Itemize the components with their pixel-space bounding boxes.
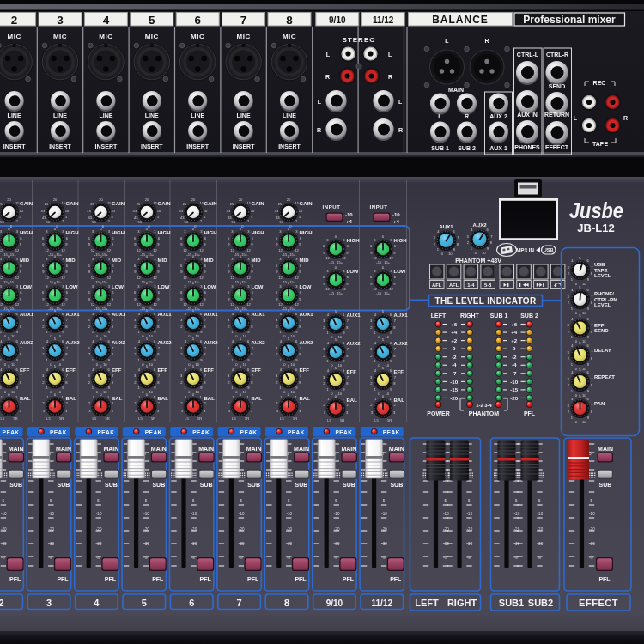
svg-text:PHONES: PHONES [514,144,540,150]
svg-text:-20: -20 [48,527,54,532]
svg-text:5: 5 [149,14,155,27]
svg-text:EFFECT: EFFECT [579,598,618,608]
svg-text:CTRL-R: CTRL-R [546,52,568,58]
svg-text:5R: 5R [387,418,392,422]
svg-text:-∞: -∞ [239,556,243,560]
svg-text:HIGH: HIGH [347,238,360,243]
svg-text:MID: MID [112,258,122,263]
svg-text:SUB1: SUB1 [499,598,524,608]
svg-text:-30: -30 [143,542,149,546]
svg-text:10: 10 [290,362,295,367]
svg-text:MIC: MIC [8,33,21,40]
svg-text:-30: -30 [589,542,595,546]
svg-text:9/10: 9/10 [329,15,346,25]
svg-text:-20: -20 [239,527,245,532]
svg-text:SUB: SUB [200,482,213,488]
svg-text:8: 8 [286,14,293,27]
svg-text:-30: -30 [286,542,292,546]
svg-text:PHONE/: PHONE/ [594,291,614,296]
svg-text:10: 10 [149,362,153,367]
svg-text:10: 10 [582,282,586,286]
svg-text:10: 10 [11,390,15,394]
svg-text:PAN: PAN [594,401,605,406]
svg-text:-4: -4 [512,361,517,368]
svg-text:TAPE: TAPE [592,141,608,147]
svg-text:AUX1: AUX1 [158,312,173,317]
svg-text:5: 5 [142,598,147,608]
svg-text:-20: -20 [143,527,149,532]
svg-text:-5: -5 [538,499,542,503]
svg-text:-10: -10 [392,212,400,217]
svg-text:-15: -15 [510,386,519,392]
svg-text:AFL: AFL [432,283,442,288]
svg-text:AUX IN: AUX IN [517,112,538,118]
svg-text:-5: -5 [96,499,100,503]
svg-text:-5: -5 [467,499,471,503]
svg-text:11/12: 11/12 [372,598,393,608]
svg-text:EFFECT: EFFECT [545,144,569,150]
svg-text:-∞: -∞ [96,556,100,560]
svg-text:L5: L5 [1,416,5,421]
svg-text:4: 4 [94,598,100,608]
svg-text:-30: -30 [96,542,102,546]
svg-text:15+: 15+ [56,280,63,284]
svg-text:EFF: EFF [204,368,215,373]
svg-text:10: 10 [242,362,246,367]
svg-text:6: 6 [194,14,201,27]
svg-text:MIC: MIC [237,33,251,40]
svg-text:HIGH: HIGH [158,230,171,235]
svg-text:-2: -2 [512,354,517,360]
svg-text:RIGHT: RIGHT [447,598,477,608]
svg-text:MAIN: MAIN [246,446,262,452]
svg-text:PFL: PFL [105,576,117,582]
svg-text:-30: -30 [48,542,54,546]
svg-text:GAIN: GAIN [158,201,171,206]
svg-text:REPEAT: REPEAT [594,374,615,380]
svg-text:15+: 15+ [148,307,155,311]
svg-text:-∞: -∞ [334,556,338,560]
svg-text:LOW: LOW [66,284,78,289]
svg-text:10: 10 [337,335,342,339]
svg-text:15+: 15+ [241,252,248,257]
svg-text:SUB2: SUB2 [528,598,553,608]
svg-text:GAIN: GAIN [300,201,313,206]
svg-text:AUX2: AUX2 [66,340,81,345]
svg-text:PFL: PFL [390,576,402,582]
svg-text:L5: L5 [185,416,189,421]
svg-text:AUX1: AUX1 [204,312,219,317]
svg-text:LINE: LINE [8,112,21,118]
svg-text:10: 10 [448,252,453,256]
svg-text:PFL: PFL [152,576,164,582]
svg-text:-20: -20 [450,395,459,401]
svg-text:MAIN: MAIN [448,87,464,93]
svg-text:33: 33 [133,209,137,213]
svg-text:5R: 5R [340,418,344,422]
svg-text:-20: -20 [467,527,473,532]
svg-text:PEAK: PEAK [335,429,352,435]
svg-text:15+: 15+ [102,252,109,257]
svg-text:AUX1: AUX1 [300,312,314,317]
svg-text:PEAK: PEAK [383,429,400,435]
svg-text:5R: 5R [151,416,155,421]
svg-text:L5: L5 [138,416,143,421]
svg-text:SEND: SEND [594,328,609,333]
svg-text:AUX2: AUX2 [204,340,219,345]
svg-text:-∞: -∞ [286,556,290,560]
svg-text:USB: USB [594,262,605,267]
svg-text:50: 50 [46,220,51,224]
svg-text:R: R [465,113,469,119]
svg-text:GAIN: GAIN [20,201,33,206]
svg-text:-∞: -∞ [143,556,148,560]
svg-text:RETURN: RETURN [544,112,569,118]
svg-text:15+: 15+ [194,252,201,257]
svg-text:PEAK: PEAK [145,429,162,435]
svg-text:EFF: EFF [300,368,310,373]
svg-text:MID: MID [204,258,215,263]
svg-text:PEAK: PEAK [192,429,210,435]
svg-text:15+: 15+ [148,280,155,284]
svg-text:PFL: PFL [343,576,355,582]
svg-text:RIGHT: RIGHT [460,313,480,319]
svg-text:STEREO: STEREO [343,36,376,44]
svg-text:SUB 2: SUB 2 [458,145,476,151]
svg-text:MIC: MIC [53,33,67,40]
